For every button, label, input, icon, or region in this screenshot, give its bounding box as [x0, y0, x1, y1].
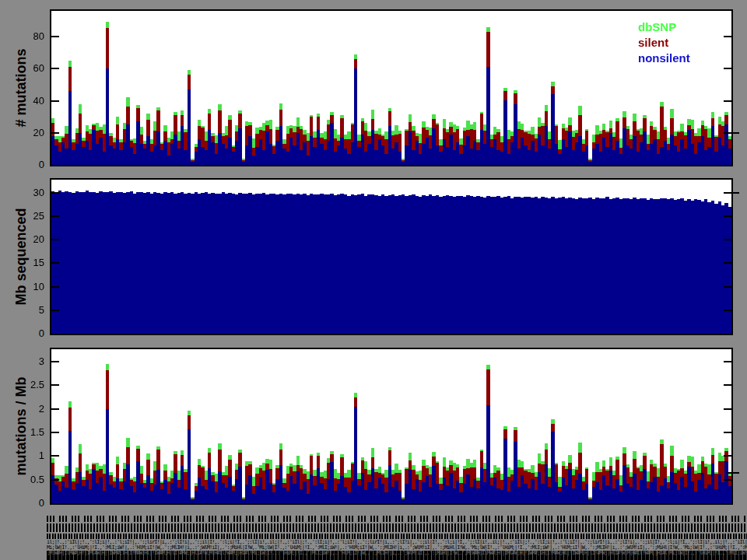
y-tick-mark-right: [724, 310, 731, 311]
y-tick-mark-left: [51, 286, 59, 288]
y-tick-mark-left: [51, 192, 59, 194]
y-tick-mark-right: [724, 479, 731, 481]
y-tick-mark-left: [51, 132, 59, 134]
legend-item-nonsilent: nonsilent: [638, 51, 690, 66]
y-tick-label: 2: [13, 404, 44, 415]
y-tick-mark-left: [51, 68, 59, 69]
y-tick-mark-left: [51, 262, 59, 264]
panel-mb-sequenced: [50, 178, 733, 335]
legend-item-dbsnp: dbSNP: [638, 19, 690, 35]
mb-sequenced-bars: [51, 180, 731, 334]
y-tick-label: 0: [13, 498, 44, 509]
y-tick-label: 1: [13, 450, 44, 461]
y-tick-mark-right: [724, 384, 731, 386]
y-tick-mark-left: [51, 215, 59, 217]
y-tick-mark-left: [51, 479, 59, 481]
y-tick-mark-left: [51, 239, 59, 240]
y-tick-label: 15: [13, 257, 44, 268]
y-tick-mark-left: [51, 408, 59, 410]
y-tick-label: 30: [13, 187, 44, 198]
sample-labels-dense-row: [47, 523, 747, 532]
sample-labels-noise-row: ;M:W#H|IlMW#;H!|IMl#W;H|!IWM#;lH|I!M#W;H…: [47, 551, 747, 560]
legend-item-silent: silent: [638, 35, 690, 51]
mutation-counts-bars: [51, 11, 731, 165]
sample-labels-texture: il;|!.,:'iIl|;!.,':lI;i|!,.:'l;iI!|,.':;…: [47, 513, 747, 560]
y-tick-label: 20: [13, 234, 44, 245]
legend: dbSNP silent nonsilent: [638, 19, 690, 66]
panel-mutation-counts: [50, 9, 733, 166]
y-tick-label: 3: [13, 356, 44, 367]
y-tick-mark-left: [51, 100, 59, 102]
y-tick-label: 0: [13, 328, 44, 339]
y-tick-label: 0.5: [13, 474, 44, 485]
y-tick-mark-right: [724, 239, 731, 240]
mutation-figure: # mutations Mb sequenced mutations / Mb …: [0, 0, 747, 560]
sample-labels-tick-row: [47, 516, 747, 522]
y-tick-mark-right: [724, 455, 731, 457]
y-tick-mark-left: [51, 36, 59, 37]
panel-mutation-rates: [50, 348, 733, 505]
median-tick-right: [727, 192, 739, 194]
y-tick-mark-right: [724, 361, 731, 362]
y-tick-label: 2.5: [13, 380, 44, 390]
mutation-rates-bars: [51, 349, 731, 503]
y-tick-label: 1.5: [13, 427, 44, 438]
y-tick-mark-right: [724, 68, 731, 69]
y-tick-mark-left: [51, 361, 59, 362]
y-tick-label: 5: [13, 305, 44, 316]
y-tick-label: 25: [13, 211, 44, 222]
sample-labels-dense-row-2: [47, 534, 747, 539]
y-tick-mark-left: [51, 432, 59, 433]
y-tick-mark-right: [724, 432, 731, 433]
y-tick-label: 10: [13, 282, 44, 292]
y-tick-mark-right: [724, 36, 731, 37]
y-tick-mark-right: [724, 215, 731, 217]
y-axis-label-mutations: # mutations: [13, 48, 30, 127]
y-tick-label: 40: [13, 96, 44, 107]
y-tick-mark-left: [51, 455, 59, 457]
y-tick-mark-right: [724, 408, 731, 410]
y-tick-label: 80: [13, 31, 44, 42]
y-tick-label: 60: [13, 63, 44, 74]
y-tick-mark-right: [724, 262, 731, 264]
y-tick-mark-left: [51, 310, 59, 311]
y-tick-label: 20: [13, 128, 44, 138]
sample-labels-noise-row: Mi;lW|I!.,:'lHiM;|!I.,':MlI;iW!|,.:'HlM;…: [47, 545, 747, 551]
y-tick-mark-left: [51, 384, 59, 386]
sample-labels-noise-row: il;|!.,:'iIl|;!.,':lI;i|!,.:'l;iI!|,.':;…: [47, 540, 747, 545]
y-tick-mark-right: [724, 100, 731, 102]
median-tick-right: [727, 132, 739, 134]
y-tick-mark-right: [724, 286, 731, 288]
y-tick-label: 0: [13, 159, 44, 170]
median-tick-right: [727, 472, 739, 474]
